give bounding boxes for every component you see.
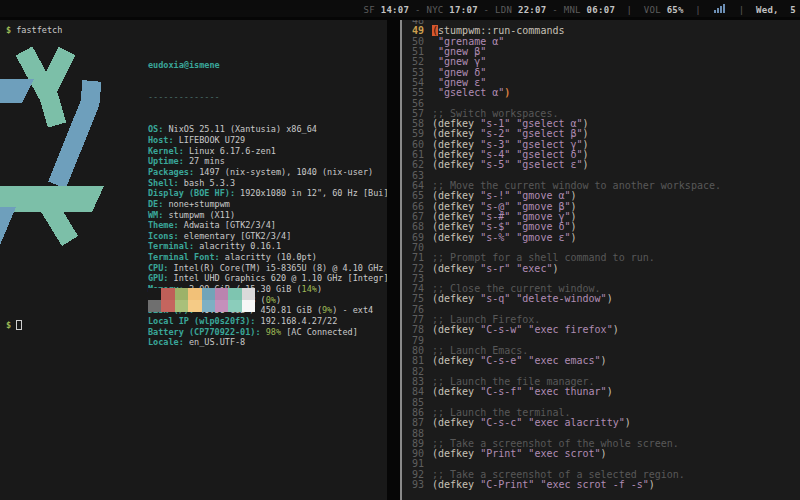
palette-swatch bbox=[242, 288, 255, 300]
code-line[interactable]: 78(defkey "C-s-w" "exec firefox") bbox=[402, 325, 800, 335]
palette-swatch bbox=[215, 300, 228, 312]
code-token: (defkey bbox=[432, 263, 480, 274]
code-token: ) bbox=[571, 232, 577, 243]
code-token: (defkey bbox=[432, 232, 480, 243]
info-label: DE: bbox=[148, 199, 163, 209]
info-value: ) - ext4 bbox=[332, 305, 373, 315]
info-label: Terminal Font: bbox=[148, 252, 220, 262]
info-value: Adwaita [GTK2/3/4] bbox=[179, 220, 276, 230]
info-line: Kernel: Linux 6.17.6-zen1 bbox=[148, 146, 387, 157]
info-value: 9% bbox=[322, 305, 332, 315]
info-label: Locale: bbox=[148, 337, 184, 347]
code-line[interactable]: 55 "gselect α") bbox=[402, 88, 800, 98]
code-line[interactable]: 93(defkey "C-Print" "exec scrot -f -s") bbox=[402, 480, 800, 490]
code-token: ) bbox=[607, 386, 613, 397]
shell-prompt[interactable]: $ bbox=[6, 320, 22, 331]
info-value: 192.168.4.27/22 bbox=[255, 316, 337, 326]
info-value: elementary [GTK2/3/4] bbox=[179, 231, 292, 241]
palette-swatch bbox=[148, 288, 161, 300]
code-line[interactable]: 72(defkey "s-r" "exec") bbox=[402, 264, 800, 274]
palette-swatch bbox=[228, 288, 241, 300]
status-segment: - bbox=[409, 5, 426, 15]
shell-command-line: $ fastfetch bbox=[6, 25, 62, 36]
code-line[interactable]: 81(defkey "C-s-e" "exec emacs") bbox=[402, 356, 800, 366]
status-segment: 06:07 bbox=[587, 5, 616, 15]
info-value: LIFEBOOK U729 bbox=[174, 135, 246, 145]
status-segment: - bbox=[478, 5, 495, 15]
code-line[interactable]: 87(defkey "C-s-c" "exec alacritty") bbox=[402, 418, 800, 428]
code-text: (defkey "C-s-c" "exec alacritty") bbox=[432, 418, 631, 428]
status-segment: LDN bbox=[495, 5, 518, 15]
info-label: GPU: bbox=[148, 273, 168, 283]
info-label: WM: bbox=[148, 210, 163, 220]
code-text: (defkey "C-s-w" "exec firefox") bbox=[432, 325, 619, 335]
code-token: ) bbox=[601, 355, 607, 366]
code-line[interactable]: 69(defkey "s-%" "gmove ε") bbox=[402, 233, 800, 243]
info-line: CPU: Intel(R) Core(TM) i5-8365U (8) @ 4.… bbox=[148, 263, 387, 274]
info-value: en_US.UTF-8 bbox=[184, 337, 245, 347]
status-segment: MNL bbox=[564, 5, 587, 15]
terminal-window[interactable]: $ fastfetch eudoxia@ismene -------------… bbox=[0, 20, 387, 500]
palette-swatch bbox=[188, 288, 201, 300]
code-token: ) bbox=[601, 448, 607, 459]
line-number: 93 bbox=[402, 480, 424, 490]
code-token: (defkey bbox=[432, 386, 480, 397]
status-segment: NYC bbox=[426, 5, 449, 15]
code-token: "s-q" bbox=[480, 293, 510, 304]
code-text: (defkey "s-%" "gmove ε") bbox=[432, 233, 577, 243]
status-segment: VOL bbox=[644, 5, 667, 15]
palette-swatch bbox=[215, 288, 228, 300]
status-segment: 14:07 bbox=[381, 5, 410, 15]
code-line[interactable]: 90(defkey "Print" "exec scrot") bbox=[402, 449, 800, 459]
user-host-title: eudoxia@ismene bbox=[148, 60, 387, 71]
code-token: "Print" bbox=[480, 448, 522, 459]
info-value: ) bbox=[317, 284, 322, 294]
info-value: 1920x1080 in 12", 60 Hz [Bui] bbox=[235, 188, 387, 198]
code-text: (defkey "C-s-e" "exec emacs") bbox=[432, 356, 607, 366]
info-value: 0% bbox=[266, 295, 276, 305]
code-token: "exec thunar" bbox=[528, 386, 606, 397]
code-token: "C-Print" bbox=[480, 479, 534, 490]
info-line: Locale: en_US.UTF-8 bbox=[148, 337, 387, 348]
editor-window[interactable]: 4849(stumpwm::run-commands50 "grename α"… bbox=[400, 20, 800, 500]
info-label: Theme: bbox=[148, 220, 179, 230]
palette-swatch bbox=[148, 300, 161, 312]
info-value: [AC Connected] bbox=[281, 327, 358, 337]
info-line: Display (BOE HF): 1920x1080 in 12", 60 H… bbox=[148, 188, 387, 199]
code-line[interactable]: 75(defkey "s-q" "delete-window") bbox=[402, 294, 800, 304]
code-text: (defkey "Print" "exec scrot") bbox=[432, 449, 607, 459]
line-number: 55 bbox=[402, 88, 424, 98]
info-value: stumpwm (X11) bbox=[163, 210, 235, 220]
prompt-symbol: $ bbox=[6, 320, 11, 330]
palette-swatch bbox=[202, 300, 215, 312]
terminal-cursor bbox=[16, 320, 22, 330]
code-token: ) bbox=[625, 417, 631, 428]
palette-swatch bbox=[175, 288, 188, 300]
info-label: Icons: bbox=[148, 231, 179, 241]
palette-row-bright bbox=[148, 300, 255, 312]
info-value: NixOS 25.11 (Xantusia) x86_64 bbox=[163, 124, 317, 134]
info-label: Local IP (wlp0s20f3): bbox=[148, 316, 255, 326]
info-value: 27 mins bbox=[184, 156, 225, 166]
command-text: fastfetch bbox=[11, 25, 62, 35]
line-number: 71 bbox=[402, 253, 424, 263]
code-token: ) bbox=[583, 159, 589, 170]
info-value: alacritty 0.16.1 bbox=[194, 241, 281, 251]
signal-bars-icon bbox=[714, 3, 725, 13]
code-token: (defkey bbox=[432, 355, 480, 366]
code-line[interactable]: 84(defkey "C-s-f" "exec thunar") bbox=[402, 387, 800, 397]
status-segment: | bbox=[684, 5, 713, 15]
status-segment: | bbox=[727, 5, 756, 15]
palette-swatch bbox=[242, 300, 255, 312]
status-segment: 22:07 bbox=[518, 5, 547, 15]
code-token: ) bbox=[504, 87, 510, 98]
editor-buffer[interactable]: 4849(stumpwm::run-commands50 "grename α"… bbox=[402, 20, 800, 490]
status-segment: SF bbox=[364, 5, 381, 15]
info-line: OS: NixOS 25.11 (Xantusia) x86_64 bbox=[148, 124, 387, 135]
code-token: "exec emacs" bbox=[528, 355, 600, 366]
code-token: "exec alacritty" bbox=[528, 417, 624, 428]
code-token: "exec firefox" bbox=[528, 324, 612, 335]
info-line: Theme: Adwaita [GTK2/3/4] bbox=[148, 220, 387, 231]
code-line[interactable]: 62(defkey "s-5" "gselect ε") bbox=[402, 160, 800, 170]
info-value: alacritty (10.0pt) bbox=[220, 252, 317, 262]
